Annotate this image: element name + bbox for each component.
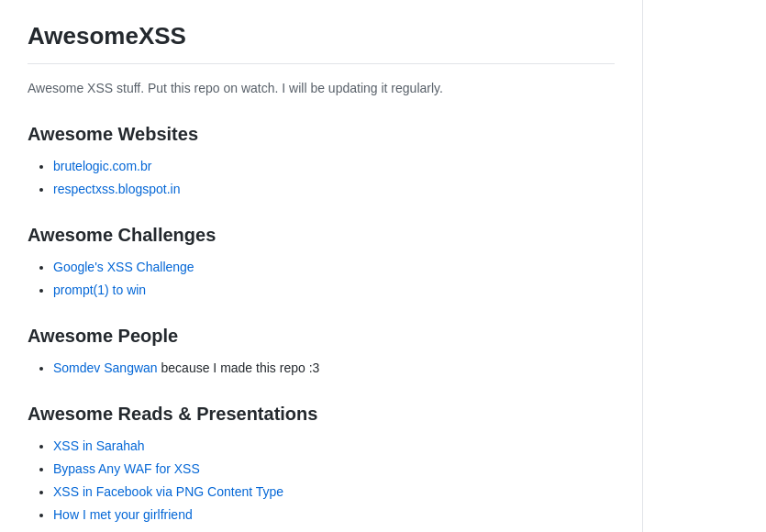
list-item: How to Find 1,352 Wordpress XSS Plugin V…: [53, 528, 615, 532]
google-xss-link[interactable]: Google's XSS Challenge: [53, 260, 194, 274]
section-heading-challenges: Awesome Challenges: [28, 221, 615, 249]
respectxss-link[interactable]: respectxss.blogspot.in: [53, 182, 181, 196]
reads-list: XSS in Sarahah Bypass Any WAF for XSS XS…: [28, 437, 615, 532]
list-item: respectxss.blogspot.in: [53, 180, 615, 199]
list-item: XSS in Sarahah: [53, 437, 615, 456]
sidebar: [642, 0, 766, 532]
section-heading-websites: Awesome Websites: [28, 120, 615, 148]
somdev-link[interactable]: Somdev Sangwan: [53, 360, 158, 375]
page-title: AwesomeXSS: [28, 18, 615, 64]
list-item: XSS in Facebook via PNG Content Type: [53, 482, 615, 502]
xss-facebook-link[interactable]: XSS in Facebook via PNG Content Type: [53, 484, 283, 499]
person-suffix: because I made this repo :3: [158, 360, 320, 375]
section-heading-people: Awesome People: [28, 322, 615, 349]
xss-sarahah-link[interactable]: XSS in Sarahah: [53, 438, 145, 453]
met-girlfriend-link[interactable]: How I met your girlfriend: [53, 507, 193, 522]
challenges-list: Google's XSS Challenge prompt(1) to win: [28, 258, 615, 300]
main-content: AwesomeXSS Awesome XSS stuff. Put this r…: [0, 0, 642, 532]
page-description: Awesome XSS stuff. Put this repo on watc…: [28, 79, 615, 98]
list-item: brutelogic.com.br: [53, 157, 615, 176]
websites-list: brutelogic.com.br respectxss.blogspot.in: [28, 157, 615, 199]
section-challenges: Awesome Challenges Google's XSS Challeng…: [28, 221, 615, 300]
brutelogic-link[interactable]: brutelogic.com.br: [53, 159, 151, 173]
page-container: AwesomeXSS Awesome XSS stuff. Put this r…: [0, 0, 766, 532]
list-item: How I met your girlfriend: [53, 505, 615, 525]
bypass-waf-link[interactable]: Bypass Any WAF for XSS: [53, 461, 200, 476]
prompt-win-link[interactable]: prompt(1) to win: [53, 283, 146, 297]
people-list: Somdev Sangwan because I made this repo …: [28, 359, 615, 378]
section-heading-reads: Awesome Reads & Presentations: [28, 400, 615, 427]
section-websites: Awesome Websites brutelogic.com.br respe…: [28, 120, 615, 199]
section-people: Awesome People Somdev Sangwan because I …: [28, 322, 615, 378]
list-item: Google's XSS Challenge: [53, 258, 615, 277]
list-item: Somdev Sangwan because I made this repo …: [53, 359, 615, 378]
list-item: prompt(1) to win: [53, 281, 615, 300]
list-item: Bypass Any WAF for XSS: [53, 460, 615, 479]
section-reads: Awesome Reads & Presentations XSS in Sar…: [28, 400, 615, 532]
